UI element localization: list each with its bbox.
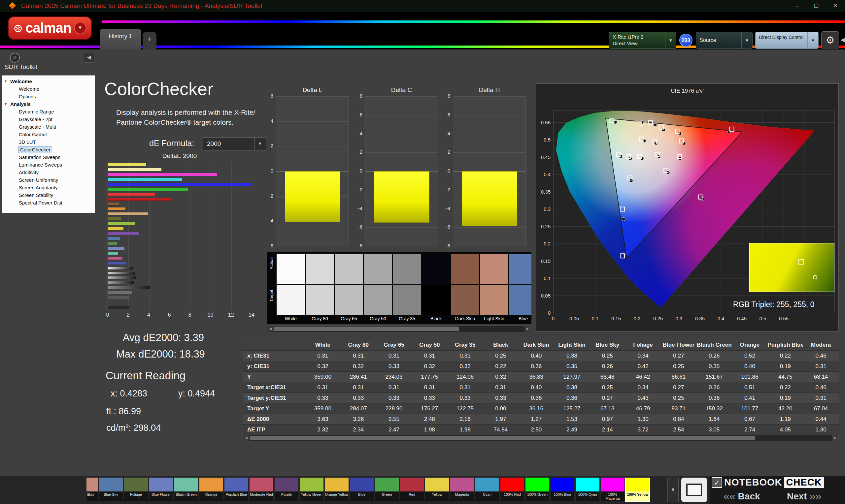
table-cell: 0.26: [697, 382, 732, 393]
collapse-panel-icon[interactable]: ◀: [840, 35, 845, 44]
patch-button-blue-sky[interactable]: Blue Sky: [99, 478, 123, 501]
table-cell: 0.22: [483, 361, 518, 372]
table-cell: 2.48: [411, 414, 447, 424]
tab-history-1[interactable]: History 1: [100, 29, 141, 50]
patch-button-yellow-green[interactable]: Yellow Green: [300, 478, 323, 501]
table-cell: 2.14: [589, 425, 625, 435]
sidebar-item-dynamic-range[interactable]: Dynamic Range: [2, 108, 95, 115]
y-tick-label: -2: [352, 187, 363, 192]
patch-button-purple[interactable]: Purple: [275, 478, 298, 501]
meter-count-badge[interactable]: 233: [679, 34, 692, 47]
tree-collapse-icon[interactable]: ▾: [5, 77, 6, 85]
gridline: [453, 96, 526, 97]
patch-button-100-blue[interactable]: 100% Blue: [550, 478, 574, 501]
expand-toolbar-icon[interactable]: ∧: [667, 478, 679, 502]
patch-column-dark-skin[interactable]: Dark Skin: [451, 252, 479, 321]
patch-column-gray-50[interactable]: Gray 50: [364, 252, 392, 321]
sidebar-item-screen-angularity[interactable]: Screen Angularity: [2, 184, 95, 191]
table-cell: 74.84: [483, 425, 518, 435]
display-panel-button[interactable]: [681, 478, 707, 502]
meter-line2: Direct View: [613, 40, 662, 47]
calman-logo[interactable]: ⊛ calman ▼: [8, 17, 92, 40]
scroll-right-icon[interactable]: ▶: [832, 435, 839, 441]
sidebar-item-screen-uniformity[interactable]: Screen Uniformity: [2, 176, 95, 184]
patch-button-100-green[interactable]: 100% Green: [526, 478, 549, 501]
patch-button-purplish-blue[interactable]: Purplish Blue: [225, 478, 248, 501]
workflow-record-button[interactable]: [10, 53, 20, 63]
source-dropdown[interactable]: Source ▼: [696, 32, 753, 49]
sidebar-item-colorchecker[interactable]: ColorChecker: [2, 146, 95, 154]
table-cell: 284.07: [341, 403, 376, 414]
patch-column-gray-35[interactable]: Gray 35: [393, 252, 421, 321]
settings-gear-icon[interactable]: ⚙: [821, 31, 839, 49]
chevron-down-icon: ▼: [665, 32, 676, 49]
patch-button-cyan[interactable]: Cyan: [475, 478, 499, 501]
patch-button-100-cyan[interactable]: 100% Cyan: [576, 478, 599, 501]
patch-button-blue-flower[interactable]: Blue Flower: [149, 478, 173, 501]
maximize-button[interactable]: □: [807, 0, 826, 12]
patch-button-moderate-red[interactable]: Moderate Red: [249, 478, 273, 501]
deltae-bar: [108, 222, 135, 225]
meter-dropdown[interactable]: X-Rite i1Pro 2 Direct View ▼: [609, 32, 676, 49]
sidebar-item-grayscale-multi[interactable]: Grayscale - Multi: [2, 123, 95, 131]
sidebar-item-welcome[interactable]: ▾Welcome: [2, 77, 95, 85]
patch-column-gray-65[interactable]: Gray 65: [335, 252, 363, 321]
patch-button-red[interactable]: Red: [400, 478, 424, 501]
logo-menu-icon[interactable]: ▼: [74, 22, 87, 34]
patch-label: Red: [400, 491, 424, 501]
swatch-scrollbar[interactable]: ◀ ▶: [267, 326, 531, 332]
sidebar-item-analysis[interactable]: ▾Analysis: [2, 100, 95, 108]
patch-column-black[interactable]: Black: [422, 252, 450, 321]
table-scrollbar[interactable]: ◀ ▶: [243, 435, 839, 441]
sidebar-collapse-icon[interactable]: ◀: [84, 52, 94, 63]
sidebar-item-grayscale-2pt[interactable]: Grayscale - 2pt: [2, 115, 95, 123]
close-button[interactable]: ×: [826, 0, 845, 12]
scroll-right-icon[interactable]: ▶: [525, 326, 531, 332]
sidebar-item-color-gamut[interactable]: Color Gamut: [2, 131, 95, 138]
gridline: [453, 115, 526, 115]
table-cell: 0.42: [625, 361, 661, 372]
patch-column-blue[interactable]: Blue: [509, 252, 531, 321]
sidebar-item-screen-stability[interactable]: Screen Stability: [2, 191, 95, 199]
patch-button-100-red[interactable]: 100% Red: [500, 478, 524, 501]
sidebar-item-options[interactable]: Options: [2, 93, 95, 100]
sidebar-item-luminance-sweeps[interactable]: Luminance Sweeps: [2, 161, 95, 168]
display-control-dropdown[interactable]: Direct Display Control ▼: [755, 32, 818, 49]
minimize-button[interactable]: –: [788, 0, 807, 12]
patch-button-bluish-green[interactable]: Bluish Green: [174, 478, 198, 501]
patch-button-orange[interactable]: Orange: [199, 478, 223, 501]
patch-button-orange-yellow[interactable]: Orange Yellow: [325, 478, 349, 501]
patch-button-magenta[interactable]: Magenta: [450, 478, 474, 501]
sidebar-item-additivity[interactable]: Additivity: [2, 168, 95, 176]
patch-column-gray-80[interactable]: Gray 80: [306, 252, 334, 321]
scroll-left-icon[interactable]: ◀: [267, 326, 274, 332]
next-arrows-icon: »»: [810, 490, 822, 502]
next-button[interactable]: Next »»: [787, 490, 821, 502]
patch-button-foliage[interactable]: Foliage: [124, 478, 148, 501]
table-cell: 0.31: [376, 382, 412, 393]
patch-button-green[interactable]: Green: [375, 478, 399, 501]
back-button[interactable]: «« Back: [723, 490, 760, 502]
add-tab-button[interactable]: +: [143, 32, 156, 50]
patch-column-light-skin[interactable]: Light Skin: [480, 252, 508, 321]
actual-swatch: [306, 254, 334, 284]
table-cell: 2.54: [661, 425, 697, 435]
sidebar-item-3d-lut[interactable]: 3D LUT: [2, 138, 95, 146]
sidebar-item-label: Welcome: [10, 78, 32, 84]
svg-text:0.5: 0.5: [544, 137, 550, 143]
patch-button-yellow[interactable]: Yellow: [425, 478, 449, 501]
table-cell: 0.26: [589, 361, 625, 372]
patch-button-100-yellow[interactable]: 100% Yellow: [626, 478, 650, 501]
patch-button-100-magenta[interactable]: 100% Magenta: [601, 478, 624, 501]
sidebar-item-welcome[interactable]: Welcome: [2, 85, 95, 93]
sidebar-item-saturation-sweeps[interactable]: Saturation Sweeps: [2, 154, 95, 161]
patch-button-light-skin[interactable]: Light Skin: [87, 478, 98, 501]
tree-collapse-icon[interactable]: ▾: [5, 100, 6, 108]
sidebar-item-spectral-power-dist[interactable]: Spectral Power Dist.: [2, 199, 95, 206]
table-cell: 0.26: [697, 350, 732, 361]
scroll-left-icon[interactable]: ◀: [243, 435, 249, 441]
de-formula-dropdown[interactable]: 2000 ▼: [203, 137, 266, 150]
patch-button-blue[interactable]: Blue: [350, 478, 374, 501]
patch-column-white[interactable]: White: [277, 252, 305, 321]
table-cell: 0.31: [803, 361, 839, 372]
